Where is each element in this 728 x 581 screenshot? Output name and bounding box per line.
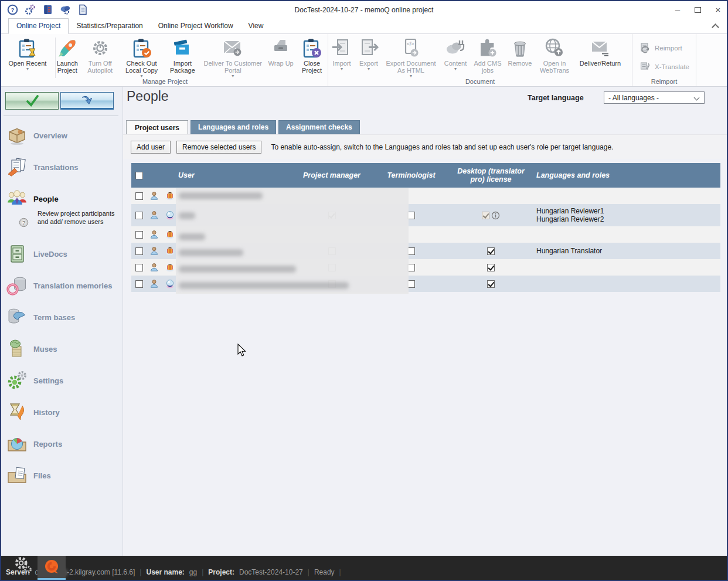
sidebar-item-livedocs[interactable]: LiveDocs <box>6 243 120 265</box>
ribbon-button-export-document-as-html[interactable]: </>Export Document As HTML▾ <box>382 36 440 78</box>
settings-gears-icon[interactable] <box>13 555 34 575</box>
ribbon-tab-statistics-preparation[interactable]: Statistics/Preparation <box>69 19 150 33</box>
page-import-icon <box>331 38 352 59</box>
column-header-license[interactable]: Desktop (translator pro) license <box>450 163 532 188</box>
sidebar-item-muses[interactable]: Muses <box>6 338 120 360</box>
blurred-text <box>179 233 205 240</box>
row-select-checkbox[interactable] <box>135 280 143 288</box>
collapse-ribbon-icon[interactable] <box>712 23 719 29</box>
sidebar-item-people[interactable]: People <box>6 188 120 210</box>
ribbon-button-open-in-webtrans[interactable]: Open in WebTrans <box>536 36 573 74</box>
column-header-project-manager[interactable]: Project manager <box>291 163 372 188</box>
row-select-checkbox[interactable] <box>135 247 143 255</box>
cabinet-icon <box>6 243 28 265</box>
ribbon-group-document: Import▾Export▾</>Export Document As HTML… <box>328 34 632 86</box>
ribbon-button-launch-project[interactable]: Launch Project <box>53 36 82 74</box>
sidebar-separator <box>4 115 118 116</box>
license-checkbox[interactable] <box>487 280 495 288</box>
ribbon-button-deliver-return[interactable]: Deliver/Return <box>573 36 627 67</box>
row-select-checkbox[interactable] <box>135 264 143 271</box>
ribbon-tab-view[interactable]: View <box>241 19 271 33</box>
license-checkbox[interactable] <box>487 247 495 255</box>
ribbon-tab-online-project-workflow[interactable]: Online Project Workflow <box>151 19 241 33</box>
ribbon-button-reimport[interactable]: Reimport <box>639 42 682 53</box>
row-select-checkbox[interactable] <box>135 231 143 239</box>
ribbon-button-import-package[interactable]: Import Package <box>165 36 200 74</box>
project-users-table: UserProject managerTerminologistDesktop … <box>131 163 720 292</box>
sidebar-item-overview[interactable]: Overview <box>6 124 120 147</box>
globe-icon <box>165 279 175 288</box>
wrap-up-icon <box>270 38 291 59</box>
column-header-terminologist[interactable]: Terminologist <box>372 163 450 188</box>
add-user-button[interactable]: Add user <box>131 141 171 154</box>
ribbon-tab-online-project[interactable]: Online Project <box>8 18 69 34</box>
memoq-taskbar-button[interactable] <box>38 556 66 578</box>
ribbon-button-content[interactable]: Content▾ <box>440 36 471 71</box>
ribbon-button-deliver-to-customer-portal[interactable]: Deliver To Customer Portal▾ <box>200 36 266 78</box>
minimize-button[interactable]: – <box>673 6 682 14</box>
remove-selected-users-button[interactable]: Remove selected users <box>176 141 261 154</box>
briefcase-icon <box>165 230 175 239</box>
ribbon-button-remove[interactable]: Remove <box>504 36 536 67</box>
row-select-checkbox[interactable] <box>135 212 143 219</box>
tab-assignment-checks[interactable]: Assignment checks <box>278 120 360 134</box>
tab-languages-and-roles[interactable]: Languages and roles <box>190 120 276 134</box>
trash-icon <box>509 38 530 59</box>
taskbar-active-indicator <box>38 578 66 580</box>
blurred-text <box>179 192 263 199</box>
sidebar-item-description: Review project participants and add/ rem… <box>38 210 118 226</box>
sidebar-item-translations[interactable]: Translations <box>6 156 120 178</box>
person-icon <box>149 210 159 220</box>
memoq-window: ? DocTest-2024-10-27 - memoQ online proj… <box>0 0 728 581</box>
ribbon-button-x-translate[interactable]: X-Translate <box>639 61 689 72</box>
package-box-icon <box>172 38 193 59</box>
blurred-text <box>179 249 243 256</box>
ribbon-button-wrap-up[interactable]: Wrap Up <box>266 36 296 67</box>
languages-roles-cell: Hungarian Translator <box>532 243 720 259</box>
ribbon-button-close-project[interactable]: Close Project <box>296 36 328 74</box>
user-name-label: User name: <box>146 568 184 576</box>
rocket-icon <box>57 38 78 59</box>
help-question-icon[interactable]: ? <box>19 218 29 227</box>
ribbon-button-open-recent[interactable]: Open Recent▾ <box>2 36 53 71</box>
mouse-cursor <box>237 344 247 358</box>
info-icon[interactable] <box>491 211 500 220</box>
sidebar-item-term-bases[interactable]: Term bases <box>6 306 120 328</box>
column-header-languages-roles[interactable]: Languages and roles <box>532 163 720 188</box>
ribbon-button-add-cms-jobs[interactable]: Add CMS jobs <box>471 36 504 74</box>
license-checkbox[interactable] <box>482 212 489 219</box>
sidebar-item-reports[interactable]: Reports <box>6 433 120 455</box>
license-checkbox[interactable] <box>487 264 495 271</box>
termbase-icon <box>6 306 28 328</box>
tm-database-icon <box>6 274 28 297</box>
ribbon-button-check-out-local-copy[interactable]: Check Out Local Copy▾ <box>118 36 165 78</box>
close-button[interactable]: × <box>714 6 722 14</box>
ribbon-button-export[interactable]: Export▾ <box>355 36 382 71</box>
gear-power-icon <box>90 38 111 59</box>
documents-icon <box>6 156 28 178</box>
sidebar-confirm-button[interactable] <box>5 92 59 110</box>
row-select-checkbox[interactable] <box>135 192 143 200</box>
person-icon <box>149 246 159 256</box>
target-language-dropdown[interactable]: - All languages - <box>604 91 705 104</box>
muse-icon <box>6 338 28 360</box>
page-html-icon: </> <box>400 38 421 59</box>
envelope-deliver-icon <box>590 38 611 59</box>
reports-pie-icon <box>6 433 28 455</box>
column-header-user[interactable]: User <box>178 163 291 188</box>
blue-arrow-icon <box>80 93 95 107</box>
sidebar-item-files[interactable]: Files <box>6 464 120 487</box>
role-label: Hungarian Translator <box>536 247 602 255</box>
sidebar-deliver-button[interactable] <box>60 92 114 110</box>
ribbon-button-turn-off-autopilot[interactable]: Turn Off Autopilot <box>82 36 118 74</box>
tab-project-users[interactable]: Project users <box>126 120 188 135</box>
blurred-user-names <box>176 188 409 294</box>
sidebar-item-settings[interactable]: Settings <box>6 369 120 392</box>
select-all-checkbox[interactable] <box>135 172 143 179</box>
sidebar-item-history[interactable]: History <box>6 401 120 423</box>
maximize-button[interactable] <box>695 7 701 13</box>
ribbon-button-import[interactable]: Import▾ <box>328 36 355 71</box>
window-title: DocTest-2024-10-27 - memoQ online projec… <box>1 6 727 14</box>
sidebar-item-translation-memories[interactable]: Translation memories <box>6 274 120 297</box>
briefcase-icon <box>165 246 175 256</box>
